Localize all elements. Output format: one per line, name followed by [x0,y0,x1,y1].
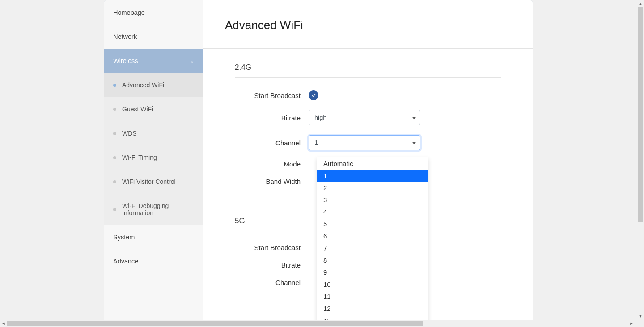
dropdown-option-2[interactable]: 2 [317,182,428,194]
dropdown-option-1[interactable]: 1 [317,170,428,182]
scroll-thumb-v[interactable] [638,7,643,222]
dropdown-option-13[interactable]: 13 [317,314,428,320]
sidebar-item-homepage[interactable]: Homepage [104,0,203,25]
channel-select-24g[interactable]: 1 [309,135,420,150]
dropdown-option-6[interactable]: 6 [317,230,428,242]
sidebar-sub-label: WDS [122,130,137,137]
dropdown-option-7[interactable]: 7 [317,242,428,254]
bullet-icon [113,132,116,135]
sidebar-sub-guest-wifi[interactable]: Guest WiFi [104,97,203,121]
bullet-icon [113,84,116,87]
scroll-right-arrow-icon[interactable]: ► [628,320,635,327]
scroll-track[interactable] [7,320,628,327]
dropdown-option-5[interactable]: 5 [317,218,428,230]
scroll-thumb[interactable] [7,321,423,326]
section-title-24g: 2.4G [235,63,501,78]
start-broadcast-toggle-24g[interactable] [309,90,318,100]
label-start-broadcast-5g: Start Broadcast [235,244,309,251]
row-channel-24g: Channel 1 [235,135,511,150]
page-title: Advanced WiFi [225,18,511,32]
dropdown-option-automatic[interactable]: Automatic [317,157,428,170]
sidebar-sub-label: WiFi Visitor Control [122,178,176,185]
dropdown-option-10[interactable]: 10 [317,278,428,290]
bullet-icon [113,180,116,183]
label-start-broadcast: Start Broadcast [235,92,309,99]
bullet-icon [113,208,116,211]
check-icon [311,93,316,98]
dropdown-option-3[interactable]: 3 [317,194,428,206]
vertical-scrollbar[interactable]: ▲ ▼ [637,0,644,320]
scroll-left-arrow-icon[interactable]: ◄ [0,320,7,327]
label-channel: Channel [235,139,309,147]
label-mode: Mode [235,160,309,168]
sidebar-sub-label: Advanced WiFi [122,81,164,89]
content-area: Advanced WiFi 2.4G Start Broadcast Bitra… [203,0,533,320]
dropdown-option-8[interactable]: 8 [317,254,428,266]
label-bandwidth: Band Width [235,178,309,185]
sidebar-item-label: Wireless [113,57,138,64]
divider [203,48,533,49]
dropdown-option-4[interactable]: 4 [317,206,428,218]
sidebar: Homepage Network Wireless ⌄ Advanced WiF… [104,0,203,320]
label-bitrate: Bitrate [235,114,309,122]
sidebar-item-advance[interactable]: Advance [104,249,203,273]
sidebar-item-wireless[interactable]: Wireless ⌄ [104,49,203,73]
label-bitrate-5g: Bitrate [235,261,309,269]
sidebar-sub-wds[interactable]: WDS [104,121,203,145]
sidebar-item-system[interactable]: System [104,225,203,249]
chevron-down-icon: ⌄ [190,58,194,64]
sidebar-item-network[interactable]: Network [104,25,203,49]
sidebar-sub-label: Wi-Fi Debugging Information [122,202,194,217]
sidebar-sub-wifi-visitor-control[interactable]: WiFi Visitor Control [104,170,203,194]
dropdown-option-11[interactable]: 11 [317,290,428,302]
sidebar-sub-label: Guest WiFi [122,106,153,113]
sidebar-sub-advanced-wifi[interactable]: Advanced WiFi [104,73,203,97]
dropdown-option-9[interactable]: 9 [317,266,428,278]
scroll-up-arrow-icon[interactable]: ▲ [637,0,644,7]
scroll-down-arrow-icon[interactable]: ▼ [637,313,644,320]
row-start-broadcast-24g: Start Broadcast [235,90,511,100]
row-bitrate-24g: Bitrate high [235,110,511,125]
bullet-icon [113,108,116,111]
scroll-track-v[interactable] [637,7,644,313]
sidebar-sub-wifi-timing[interactable]: Wi-Fi Timing [104,145,203,170]
wireless-submenu: Advanced WiFi Guest WiFi WDS Wi-Fi Timin… [104,73,203,225]
label-channel-5g: Channel [235,279,309,286]
dropdown-option-12[interactable]: 12 [317,302,428,314]
sidebar-sub-label: Wi-Fi Timing [122,154,157,161]
main-container: Homepage Network Wireless ⌄ Advanced WiF… [104,0,533,320]
bullet-icon [113,156,116,159]
sidebar-sub-wifi-debugging[interactable]: Wi-Fi Debugging Information [104,194,203,225]
channel-dropdown: Automatic 1 2 3 4 5 6 7 8 9 10 11 12 13 [317,157,428,320]
bitrate-select-24g[interactable]: high [309,110,420,125]
horizontal-scrollbar[interactable]: ◄ ► [0,320,635,327]
